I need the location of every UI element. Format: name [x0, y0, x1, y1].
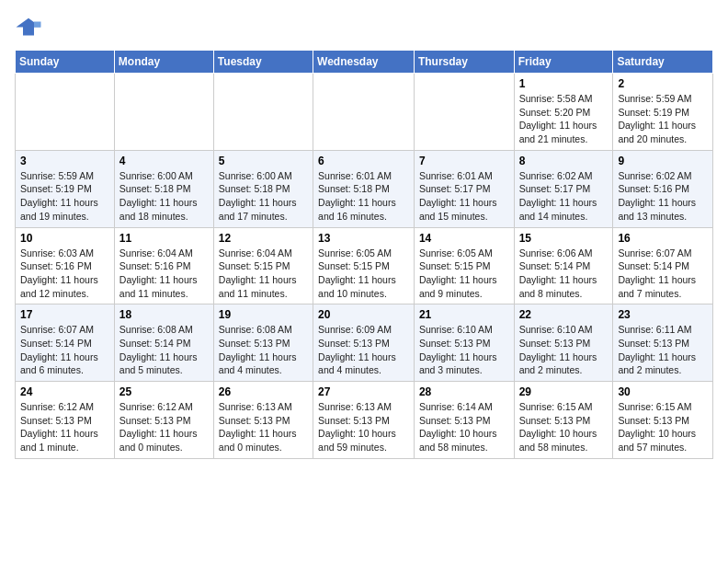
day-number: 16: [618, 232, 708, 245]
day-info: Sunrise: 6:13 AMSunset: 5:13 PMDaylight:…: [219, 400, 308, 454]
day-number: 21: [419, 308, 509, 321]
day-header-thursday: Thursday: [414, 51, 514, 74]
calendar-week-3: 10Sunrise: 6:03 AMSunset: 5:16 PMDayligh…: [16, 227, 713, 304]
day-info: Sunrise: 6:10 AMSunset: 5:13 PMDaylight:…: [519, 323, 609, 377]
calendar-cell: 7Sunrise: 6:01 AMSunset: 5:17 PMDaylight…: [414, 150, 514, 227]
calendar-cell: 28Sunrise: 6:14 AMSunset: 5:13 PMDayligh…: [414, 382, 514, 459]
calendar-week-4: 17Sunrise: 6:07 AMSunset: 5:14 PMDayligh…: [16, 304, 713, 382]
day-info: Sunrise: 6:01 AMSunset: 5:17 PMDaylight:…: [419, 169, 509, 224]
day-number: 5: [219, 155, 308, 167]
calendar-cell: 2Sunrise: 5:59 AMSunset: 5:19 PMDaylight…: [613, 74, 713, 151]
logo: [15, 15, 46, 42]
calendar-cell: [114, 74, 213, 151]
calendar-week-1: 1Sunrise: 5:58 AMSunset: 5:20 PMDaylight…: [16, 74, 713, 151]
day-info: Sunrise: 6:02 AMSunset: 5:16 PMDaylight:…: [618, 169, 708, 224]
calendar-cell: 18Sunrise: 6:08 AMSunset: 5:14 PMDayligh…: [114, 304, 213, 382]
calendar-cell: 20Sunrise: 6:09 AMSunset: 5:13 PMDayligh…: [313, 304, 415, 382]
calendar-cell: 13Sunrise: 6:05 AMSunset: 5:15 PMDayligh…: [313, 227, 415, 304]
day-header-saturday: Saturday: [613, 51, 713, 74]
day-number: 11: [119, 232, 209, 245]
calendar-cell: 26Sunrise: 6:13 AMSunset: 5:13 PMDayligh…: [213, 382, 313, 459]
day-number: 22: [519, 308, 609, 321]
calendar-cell: 22Sunrise: 6:10 AMSunset: 5:13 PMDayligh…: [514, 304, 613, 382]
day-info: Sunrise: 6:05 AMSunset: 5:15 PMDaylight:…: [318, 247, 409, 301]
day-info: Sunrise: 6:00 AMSunset: 5:18 PMDaylight:…: [119, 169, 209, 224]
calendar-cell: 17Sunrise: 6:07 AMSunset: 5:14 PMDayligh…: [16, 304, 115, 382]
day-info: Sunrise: 6:05 AMSunset: 5:15 PMDaylight:…: [419, 247, 509, 301]
day-number: 15: [519, 232, 609, 245]
day-number: 10: [20, 232, 109, 245]
day-info: Sunrise: 6:04 AMSunset: 5:16 PMDaylight:…: [119, 247, 209, 301]
day-info: Sunrise: 6:02 AMSunset: 5:17 PMDaylight:…: [519, 169, 609, 224]
calendar-cell: 4Sunrise: 6:00 AMSunset: 5:18 PMDaylight…: [114, 150, 213, 227]
day-info: Sunrise: 6:14 AMSunset: 5:13 PMDaylight:…: [419, 400, 509, 454]
day-header-tuesday: Tuesday: [213, 51, 313, 74]
calendar-cell: 29Sunrise: 6:15 AMSunset: 5:13 PMDayligh…: [514, 382, 613, 459]
calendar-cell: 15Sunrise: 6:06 AMSunset: 5:14 PMDayligh…: [514, 227, 613, 304]
calendar-cell: [414, 74, 514, 151]
day-info: Sunrise: 6:13 AMSunset: 5:13 PMDaylight:…: [318, 400, 409, 454]
day-number: 9: [618, 155, 708, 167]
calendar-week-2: 3Sunrise: 5:59 AMSunset: 5:19 PMDaylight…: [16, 150, 713, 227]
day-info: Sunrise: 6:04 AMSunset: 5:15 PMDaylight:…: [219, 247, 308, 301]
day-number: 4: [119, 155, 209, 167]
day-info: Sunrise: 6:06 AMSunset: 5:14 PMDaylight:…: [519, 247, 609, 301]
calendar-cell: 23Sunrise: 6:11 AMSunset: 5:13 PMDayligh…: [613, 304, 713, 382]
day-number: 29: [519, 385, 609, 398]
day-info: Sunrise: 6:03 AMSunset: 5:16 PMDaylight:…: [20, 247, 109, 301]
calendar-table: SundayMondayTuesdayWednesdayThursdayFrid…: [15, 50, 713, 459]
calendar-cell: [213, 74, 313, 151]
calendar-cell: 19Sunrise: 6:08 AMSunset: 5:13 PMDayligh…: [213, 304, 313, 382]
logo-icon: [15, 15, 42, 42]
calendar-cell: 10Sunrise: 6:03 AMSunset: 5:16 PMDayligh…: [16, 227, 115, 304]
day-number: 1: [519, 77, 609, 90]
day-info: Sunrise: 5:58 AMSunset: 5:20 PMDaylight:…: [519, 92, 609, 146]
calendar-cell: 1Sunrise: 5:58 AMSunset: 5:20 PMDaylight…: [514, 74, 613, 151]
calendar-header-row: SundayMondayTuesdayWednesdayThursdayFrid…: [16, 51, 713, 74]
day-number: 17: [20, 308, 109, 321]
day-info: Sunrise: 6:15 AMSunset: 5:13 PMDaylight:…: [519, 400, 609, 454]
calendar-week-5: 24Sunrise: 6:12 AMSunset: 5:13 PMDayligh…: [16, 382, 713, 459]
day-number: 2: [618, 77, 708, 90]
day-number: 18: [119, 308, 209, 321]
day-header-wednesday: Wednesday: [313, 51, 415, 74]
day-info: Sunrise: 6:07 AMSunset: 5:14 PMDaylight:…: [618, 247, 708, 301]
day-info: Sunrise: 6:07 AMSunset: 5:14 PMDaylight:…: [20, 323, 109, 377]
day-number: 20: [318, 308, 409, 321]
calendar-cell: 24Sunrise: 6:12 AMSunset: 5:13 PMDayligh…: [16, 382, 115, 459]
day-info: Sunrise: 6:01 AMSunset: 5:18 PMDaylight:…: [318, 169, 409, 224]
day-number: 30: [618, 385, 708, 398]
day-info: Sunrise: 6:08 AMSunset: 5:13 PMDaylight:…: [219, 323, 308, 377]
day-info: Sunrise: 6:00 AMSunset: 5:18 PMDaylight:…: [219, 169, 308, 224]
day-info: Sunrise: 6:12 AMSunset: 5:13 PMDaylight:…: [119, 400, 209, 454]
day-info: Sunrise: 6:08 AMSunset: 5:14 PMDaylight:…: [119, 323, 209, 377]
svg-marker-1: [34, 22, 41, 28]
day-number: 12: [219, 232, 308, 245]
calendar-cell: 30Sunrise: 6:15 AMSunset: 5:13 PMDayligh…: [613, 382, 713, 459]
calendar-cell: 3Sunrise: 5:59 AMSunset: 5:19 PMDaylight…: [16, 150, 115, 227]
calendar-cell: 5Sunrise: 6:00 AMSunset: 5:18 PMDaylight…: [213, 150, 313, 227]
day-info: Sunrise: 6:09 AMSunset: 5:13 PMDaylight:…: [318, 323, 409, 377]
calendar-cell: 27Sunrise: 6:13 AMSunset: 5:13 PMDayligh…: [313, 382, 415, 459]
calendar-cell: 21Sunrise: 6:10 AMSunset: 5:13 PMDayligh…: [414, 304, 514, 382]
day-info: Sunrise: 6:11 AMSunset: 5:13 PMDaylight:…: [618, 323, 708, 377]
day-number: 8: [519, 155, 609, 167]
day-header-monday: Monday: [114, 51, 213, 74]
day-number: 14: [419, 232, 509, 245]
day-number: 28: [419, 385, 509, 398]
day-number: 19: [219, 308, 308, 321]
day-header-sunday: Sunday: [16, 51, 115, 74]
calendar-cell: 12Sunrise: 6:04 AMSunset: 5:15 PMDayligh…: [213, 227, 313, 304]
day-number: 23: [618, 308, 708, 321]
calendar-cell: [16, 74, 115, 151]
day-header-friday: Friday: [514, 51, 613, 74]
day-info: Sunrise: 6:10 AMSunset: 5:13 PMDaylight:…: [419, 323, 509, 377]
day-number: 27: [318, 385, 409, 398]
day-info: Sunrise: 5:59 AMSunset: 5:19 PMDaylight:…: [20, 169, 109, 224]
calendar-cell: [313, 74, 415, 151]
calendar-cell: 25Sunrise: 6:12 AMSunset: 5:13 PMDayligh…: [114, 382, 213, 459]
calendar-cell: 8Sunrise: 6:02 AMSunset: 5:17 PMDaylight…: [514, 150, 613, 227]
calendar-cell: 9Sunrise: 6:02 AMSunset: 5:16 PMDaylight…: [613, 150, 713, 227]
day-number: 6: [318, 155, 409, 167]
calendar-cell: 11Sunrise: 6:04 AMSunset: 5:16 PMDayligh…: [114, 227, 213, 304]
